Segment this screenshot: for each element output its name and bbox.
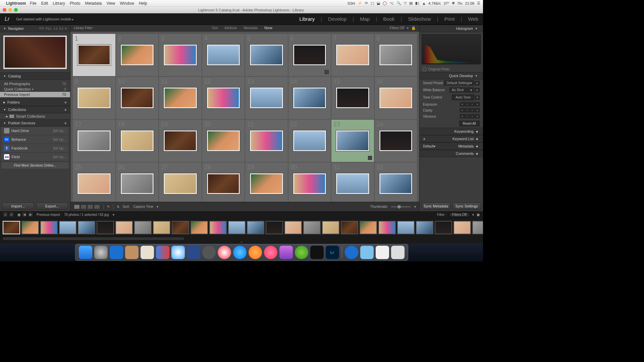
window-minimize-button[interactable] xyxy=(8,8,12,12)
filmstrip-thumb[interactable] xyxy=(228,221,246,234)
thumbnail[interactable] xyxy=(77,173,111,194)
histogram-header[interactable]: Histogram ▼ xyxy=(420,25,483,32)
grid-cell[interactable]: 25 xyxy=(72,162,116,202)
nav-back-button[interactable]: ◀ xyxy=(22,213,26,217)
filmstrip-thumb[interactable] xyxy=(209,221,227,234)
grid-cell[interactable]: 9 xyxy=(72,76,116,119)
filter-preset-menu-icon[interactable]: ▾ xyxy=(407,26,409,30)
find-more-services[interactable]: Find More Services Online... xyxy=(1,162,69,169)
filter-metadata[interactable]: Metadata xyxy=(240,26,261,30)
nav-fwd-button[interactable]: ▶ xyxy=(29,213,33,217)
status-menu-icon[interactable]: ☰ xyxy=(477,1,480,5)
dock-finder[interactable] xyxy=(79,246,92,259)
dock-1password[interactable] xyxy=(110,246,123,259)
metadata-badge-icon[interactable] xyxy=(325,70,329,74)
menu-photo[interactable]: Photo xyxy=(70,1,80,6)
filmstrip-thumb[interactable] xyxy=(435,221,452,234)
thumbnail-size-slider[interactable] xyxy=(391,206,411,207)
grid-cell[interactable]: 28 xyxy=(202,162,245,202)
disclosure-triangle-icon[interactable]: ▼ xyxy=(3,27,6,30)
white-balance-select[interactable]: As Shot▾ xyxy=(449,87,474,93)
grid-cell[interactable]: 5 xyxy=(245,34,288,76)
thumbnail[interactable] xyxy=(207,173,240,194)
thumbnail[interactable] xyxy=(293,87,326,108)
export-button[interactable]: Export... xyxy=(36,202,68,210)
painter-icon[interactable]: ✎ xyxy=(107,205,110,208)
thumbnail[interactable] xyxy=(164,87,197,108)
filmstrip-filter-select[interactable]: Filters Off xyxy=(449,212,470,217)
app-name[interactable]: Lightroom xyxy=(6,1,26,6)
filmstrip-scrollbar[interactable] xyxy=(0,237,483,241)
filmstrip-thumb[interactable] xyxy=(416,221,433,234)
thumbnail[interactable] xyxy=(379,173,413,194)
filmstrip-thumb[interactable] xyxy=(115,221,133,234)
filmstrip-thumb[interactable] xyxy=(472,221,483,234)
filmstrip-thumb[interactable] xyxy=(378,221,396,234)
grid-cell[interactable]: 11 xyxy=(159,76,202,119)
wb-expand-icon[interactable]: ▸ xyxy=(475,88,480,92)
menu-file[interactable]: File xyxy=(30,1,36,6)
dock-launchpad[interactable] xyxy=(94,246,108,259)
status-circle-icon[interactable]: ◯ xyxy=(383,1,387,5)
status-ssh[interactable]: SSH xyxy=(347,1,355,5)
filter-lock-icon[interactable]: 🔒 xyxy=(411,26,416,30)
filmstrip-thumb[interactable] xyxy=(284,221,302,234)
grid-cell[interactable]: 8 xyxy=(374,34,418,76)
thumbnail[interactable] xyxy=(77,130,111,151)
status-box-icon[interactable]: ▢ xyxy=(371,1,374,5)
filmstrip-collapse-handle[interactable]: ▼ xyxy=(0,241,483,243)
thumbnail[interactable] xyxy=(379,130,413,151)
preset-expand-icon[interactable]: ▸ xyxy=(475,81,480,85)
expo-plus2[interactable]: » xyxy=(475,102,480,106)
grid-cell[interactable]: 18 xyxy=(116,119,159,162)
dock-appstore[interactable] xyxy=(233,246,247,259)
thumbnail[interactable] xyxy=(336,87,369,108)
histogram-display[interactable] xyxy=(422,34,481,64)
lightroom-mobile-link[interactable]: Get started with Lightroom mobile xyxy=(16,17,74,21)
module-print[interactable]: Print xyxy=(444,16,455,22)
view-grid-button[interactable] xyxy=(74,204,80,209)
filmstrip-thumb[interactable] xyxy=(247,221,264,234)
dock-lightroom[interactable]: Lr xyxy=(326,246,339,259)
nav-fill[interactable]: FILL xyxy=(46,27,52,30)
thumbnail[interactable] xyxy=(379,87,413,108)
folders-add-icon[interactable]: + xyxy=(64,100,67,105)
filmstrip-thumb[interactable] xyxy=(78,221,95,234)
filmstrip-thumb[interactable] xyxy=(266,221,283,234)
dock-firefox-dev[interactable] xyxy=(264,246,277,259)
grid-cell[interactable]: 30 xyxy=(288,162,331,202)
thumbnail-grid[interactable]: 1234567891011121314151617181920212223242… xyxy=(70,32,419,202)
sort-menu-icon[interactable]: ▾ xyxy=(157,205,158,208)
thumbnail[interactable] xyxy=(121,173,154,194)
toolbar-menu-icon[interactable]: ▾ xyxy=(414,205,416,208)
menu-edit[interactable]: Edit xyxy=(41,1,48,6)
module-book[interactable]: Book xyxy=(383,16,394,22)
grid-cell[interactable]: 4 xyxy=(202,34,245,76)
window-close-button[interactable] xyxy=(3,8,6,12)
grid-cell[interactable]: 32 xyxy=(374,162,418,202)
auto-tone-button[interactable]: Auto Tone xyxy=(452,95,474,100)
status-flag-icon[interactable]: ▤ xyxy=(409,1,413,5)
keywording-header[interactable]: Keywording◀ xyxy=(420,128,483,135)
status-sync-icon[interactable]: ⟳ xyxy=(365,1,368,5)
menu-metadata[interactable]: Metadata xyxy=(85,1,102,6)
thumbnail[interactable] xyxy=(121,130,154,151)
main-window-button[interactable]: 1 xyxy=(3,213,7,217)
filmstrip-thumb[interactable] xyxy=(360,221,377,234)
sort-value[interactable]: Capture Time xyxy=(133,205,153,208)
menu-library[interactable]: Library xyxy=(53,1,65,6)
grid-cell[interactable]: 16 xyxy=(374,76,418,119)
thumbnail[interactable] xyxy=(293,173,326,194)
navigator-header[interactable]: ▼ Navigator FIT FILL 1:1 3:1 ▾ xyxy=(0,25,70,32)
keyword-list-header[interactable]: +Keyword List◀ xyxy=(420,135,483,142)
dock-parallels[interactable] xyxy=(156,246,169,259)
dock-documents[interactable] xyxy=(376,246,389,259)
filmstrip-thumb[interactable] xyxy=(97,221,114,234)
thumbnail[interactable] xyxy=(336,45,369,65)
metadata-header[interactable]: Default▾ Metadata◀ xyxy=(420,142,483,150)
view-loupe-button[interactable] xyxy=(80,204,87,209)
grid-mode-icon[interactable]: ▦ xyxy=(17,213,20,217)
module-web[interactable]: Web xyxy=(468,16,478,22)
filmstrip-thumb[interactable] xyxy=(21,221,39,234)
grid-cell[interactable]: 22 xyxy=(288,119,331,162)
